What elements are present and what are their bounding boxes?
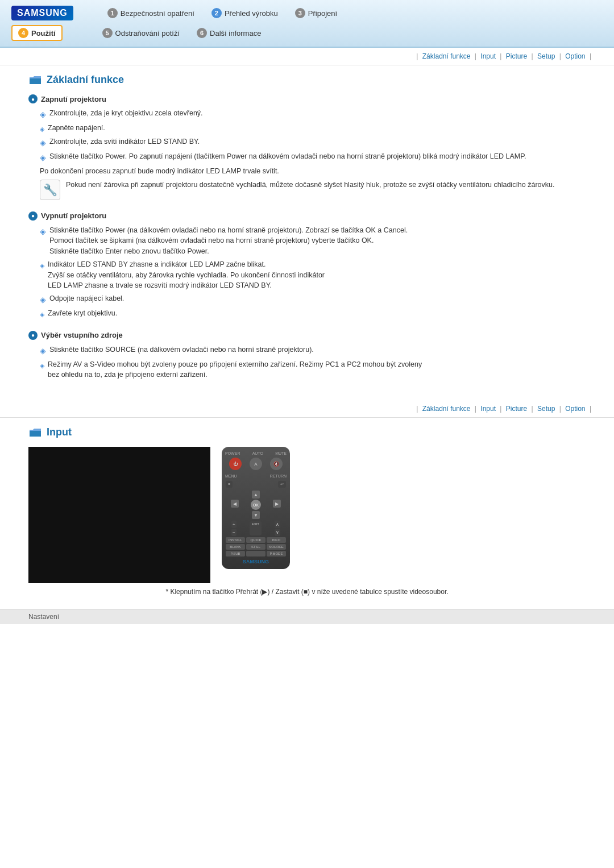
menu-btn[interactable]: ≡	[226, 481, 233, 488]
section-nav-top: | Základní funkce | Input | Picture | Se…	[0, 48, 614, 65]
info-btn[interactable]: INFO	[267, 537, 286, 543]
header-top: SAMSUNG 1 Bezpečnostní opatření 2 Přehle…	[11, 6, 603, 20]
bullet-text: Indikátor LED STAND BY zhasne a indikáto…	[48, 259, 325, 291]
subsection-vyber: ● Výběr vstupního zdroje ◈ Stiskněte tla…	[28, 331, 586, 381]
menu-return-labels: MENU RETURN	[225, 474, 287, 478]
psub-btn[interactable]: P.SUB	[226, 551, 245, 556]
nav-tabs: 1 Bezpečnostní opatření 2 Přehled výrobk…	[107, 8, 337, 18]
quick-btn[interactable]: QUICK	[246, 537, 265, 543]
zapnuti-title-row: ● Zapnutí projektoru	[28, 94, 586, 103]
nav-link-input-2[interactable]: Input	[480, 405, 496, 413]
right-btn[interactable]: ▶	[273, 500, 281, 508]
bullet-icon: ◈	[40, 294, 46, 306]
blank-btn[interactable]: BLANK	[226, 544, 245, 550]
vyber-title: Výběr vstupního zdroje	[41, 331, 123, 339]
active-tab[interactable]: 4 Použití	[11, 25, 63, 41]
main-content: Základní funkce ● Zapnutí projektoru ◈ Z…	[0, 65, 614, 400]
still-btn[interactable]: STILL	[246, 544, 265, 550]
nav-label-2: Přehled výrobku	[225, 9, 278, 18]
nav-label-5: Odstraňování potíží	[115, 29, 180, 38]
left-btn[interactable]: ◀	[231, 500, 239, 508]
bullet-item: ◈ Zavřete kryt objektivu.	[40, 308, 586, 319]
nav-link-setup-2[interactable]: Setup	[537, 405, 555, 413]
exit-btn[interactable]: EXIT	[250, 521, 262, 535]
up-btn[interactable]: ▲	[252, 491, 260, 499]
nav-link-picture[interactable]: Picture	[506, 52, 527, 60]
note-icon: 🔧	[40, 180, 60, 200]
subsection-zapnuti: ● Zapnutí projektoru ◈ Zkontrolujte, zda…	[28, 94, 586, 200]
vyber-icon: ●	[28, 331, 38, 340]
bottom-note: * Klepnutím na tlačítko Přehrát (▶) / Za…	[28, 583, 586, 600]
nav-link-setup[interactable]: Setup	[537, 52, 555, 60]
vypnuti-title-row: ● Vypnutí projektoru	[28, 211, 586, 221]
nastaveni-label: Nastavení	[28, 613, 59, 621]
note-text: Pokud není žárovka při zapnutí projektor…	[66, 180, 554, 190]
vol-up-btn[interactable]: +	[231, 521, 237, 528]
ok-btn[interactable]: OK	[251, 500, 261, 510]
install-btn[interactable]: INSTALL	[226, 537, 245, 543]
bullet-icon-small: ◈	[40, 361, 44, 371]
bullet-item: ◈ Zapněte napájení.	[40, 123, 586, 134]
vypnuti-bullets: ◈ Stiskněte tlačítko Power (na dálkovém …	[40, 225, 586, 319]
ch-down-btn[interactable]: ∨	[275, 529, 280, 536]
down-btn[interactable]: ▼	[252, 511, 260, 519]
active-tab-label: Použití	[31, 29, 56, 38]
bullet-text: Zapněte napájení.	[48, 123, 105, 134]
pmode-btn[interactable]: P.MODE	[267, 551, 286, 556]
nav-tab-1[interactable]: 1 Bezpečnostní opatření	[107, 8, 194, 18]
bullet-icon-small: ◈	[40, 261, 44, 271]
bullet-text: Zavřete kryt objektivu.	[48, 308, 117, 319]
bullet-icon: ◈	[40, 152, 46, 164]
auto-btn[interactable]: A	[250, 458, 262, 470]
func-btns-row3: P.SUB P.MODE	[225, 551, 287, 556]
input-content: POWER AUTO MUTE ⏻ A 🔇 MENU RETURN ≡ ↩ ▲	[28, 447, 586, 583]
nav-num-3: 3	[295, 8, 305, 18]
empty-btn	[246, 551, 265, 556]
vol-down-btn[interactable]: −	[231, 529, 237, 536]
bottom-note-text: * Klepnutím na tlačítko Přehrát (▶) / Za…	[165, 588, 448, 596]
nav-link-zakladni-2[interactable]: Základní funkce	[422, 405, 471, 413]
section2-title: Input	[47, 426, 72, 438]
nav-tab-5[interactable]: 5 Odstraňování potíží	[102, 28, 180, 38]
vypnuti-title: Vypnutí projektoru	[41, 211, 106, 220]
bullet-icon: ◈	[40, 137, 46, 149]
section-nav-bottom: | Základní funkce | Input | Picture | Se…	[0, 400, 614, 418]
bullet-text: Zkontrolujte, zda je kryt objektivu zcel…	[49, 108, 203, 119]
mute-btn[interactable]: 🔇	[270, 458, 283, 470]
bullet-item: ◈ Stiskněte tlačítko Power. Po zapnutí n…	[40, 151, 586, 164]
nav-tab-2[interactable]: 2 Přehled výrobku	[211, 8, 278, 18]
nav-link-option-2[interactable]: Option	[565, 405, 585, 413]
ch-up-btn[interactable]: ∧	[275, 521, 280, 528]
power-btn[interactable]: ⏻	[229, 458, 242, 470]
folder-icon-2	[28, 427, 42, 438]
subsection-vypnuti: ● Vypnutí projektoru ◈ Stiskněte tlačítk…	[28, 211, 586, 319]
remote-top-btns: ⏻ A 🔇	[225, 458, 287, 472]
return-btn[interactable]: ↩	[278, 481, 286, 488]
nav-tab-3[interactable]: 3 Připojení	[295, 8, 337, 18]
nastaveni-bar: Nastavení	[0, 609, 614, 624]
nav-num-5: 5	[102, 28, 113, 38]
nav-tab-6[interactable]: 6 Další informace	[197, 28, 261, 38]
nav-link-picture-2[interactable]: Picture	[506, 405, 527, 413]
sep1: |	[416, 52, 418, 60]
folder-icon-1	[28, 75, 42, 85]
nav-link-option[interactable]: Option	[565, 52, 585, 60]
remote-control: POWER AUTO MUTE ⏻ A 🔇 MENU RETURN ≡ ↩ ▲	[222, 447, 290, 569]
bullet-item: ◈ Zkontrolujte, zda svítí indikátor LED …	[40, 136, 586, 149]
video-placeholder	[28, 447, 210, 583]
zapnuti-bullets: ◈ Zkontrolujte, zda je kryt objektivu zc…	[40, 108, 586, 164]
nav-link-input[interactable]: Input	[480, 52, 496, 60]
return-label: RETURN	[270, 474, 287, 478]
bullet-item: ◈ Režimy AV a S-Video mohou být zvoleny …	[40, 359, 586, 381]
nav-link-zakladni[interactable]: Základní funkce	[422, 52, 471, 60]
bullet-icon-small: ◈	[40, 310, 44, 319]
func-btns-row2: BLANK STILL SOURCE	[225, 544, 287, 550]
header-bottom: 4 Použití 5 Odstraňování potíží 6 Další …	[11, 25, 603, 41]
zapnuti-extra: Po dokončení procesu zapnutí bude modrý …	[40, 167, 586, 175]
source-btn[interactable]: SOURCE	[267, 544, 286, 550]
func-btns-row1: INSTALL QUICK INFO	[225, 537, 287, 543]
vol-exit-row: + − EXIT ∧ ∨	[225, 521, 287, 536]
note-box: 🔧 Pokud není žárovka při zapnutí projekt…	[40, 180, 586, 200]
nav-num-6: 6	[197, 28, 207, 38]
nav-label-3: Připojení	[308, 9, 337, 18]
